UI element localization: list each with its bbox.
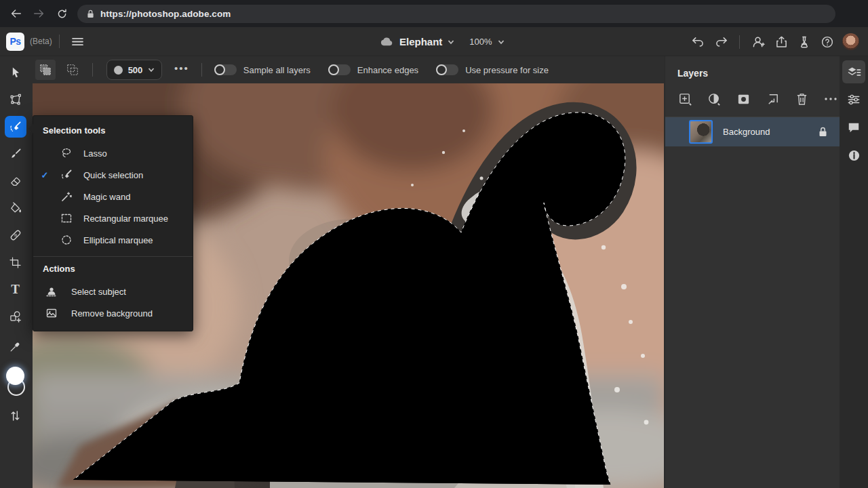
forward-arrow-icon <box>33 9 45 18</box>
experimental-features-button[interactable] <box>793 31 816 53</box>
crop-tool-button[interactable] <box>5 251 26 273</box>
use-pressure-toggle[interactable] <box>436 64 458 75</box>
add-layer-icon <box>678 92 692 106</box>
menu-item-magic-wand[interactable]: Magic wand <box>33 186 193 207</box>
remove-background-icon <box>41 307 62 319</box>
menu-item-label: Remove background <box>71 308 153 319</box>
brush-size-dropdown[interactable]: 500 <box>106 60 162 80</box>
move-tool-icon <box>9 66 22 79</box>
brush-tip-icon <box>114 66 123 75</box>
subtract-selection-mode-button[interactable] <box>62 60 83 80</box>
enhance-edges-toggle[interactable] <box>328 64 351 75</box>
menu-item-elliptical-marquee[interactable]: Elliptical marquee <box>33 229 193 251</box>
eraser-tool-icon <box>9 174 22 188</box>
menu-title: Selection tools <box>33 124 193 142</box>
share-export-button[interactable] <box>770 31 793 53</box>
layer-mask-button[interactable] <box>734 91 752 107</box>
menu-item-rectangular-marquee[interactable]: Rectangular marquee <box>33 207 193 229</box>
elliptical-marquee-icon <box>56 234 77 246</box>
photoshop-logo: Ps <box>6 33 24 51</box>
adjustment-icon <box>707 92 722 106</box>
browser-reload-button[interactable] <box>50 3 73 24</box>
toggle-knob <box>328 64 339 75</box>
menu-item-select-subject[interactable]: Select subject <box>33 281 193 302</box>
eyedropper-tool-button[interactable] <box>5 336 26 357</box>
comments-panel-tab[interactable] <box>842 116 865 139</box>
heal-tool-button[interactable] <box>5 224 26 246</box>
more-options-button[interactable]: ••• <box>174 62 189 74</box>
swap-colors-button[interactable] <box>5 405 26 426</box>
layer-thumbnail[interactable] <box>689 120 713 144</box>
transform-tool-button[interactable] <box>5 89 26 110</box>
layers-toolbar <box>665 79 840 117</box>
main-menu-button[interactable] <box>66 30 90 52</box>
quick-selection-tool-button[interactable] <box>5 116 26 138</box>
redo-button[interactable] <box>709 31 732 53</box>
toggle-knob <box>436 64 447 75</box>
redo-icon <box>715 37 728 47</box>
crop-tool-icon <box>9 256 22 269</box>
menu-item-label: Lasso <box>83 148 107 159</box>
toggle-knob <box>214 64 225 75</box>
photoshop-web-window: https://photoshop.adobe.com Ps (Beta) El… <box>0 0 868 488</box>
lock-icon[interactable] <box>818 127 827 137</box>
color-wells[interactable] <box>5 367 26 399</box>
undo-button[interactable] <box>686 31 709 53</box>
user-avatar[interactable] <box>842 33 859 50</box>
paint-bucket-icon <box>9 201 22 215</box>
shapes-tool-button[interactable] <box>5 306 26 327</box>
sample-all-layers-toggle[interactable] <box>214 64 237 75</box>
eyedropper-icon <box>9 340 22 353</box>
clipping-mask-button[interactable] <box>764 91 781 107</box>
hamburger-icon <box>72 37 83 46</box>
brush-tool-button[interactable] <box>5 143 26 165</box>
header-actions <box>686 27 865 56</box>
shapes-tool-icon <box>9 310 22 323</box>
menu-item-lasso[interactable]: Lasso <box>33 142 193 164</box>
divider <box>739 35 740 49</box>
enhance-edges-label: Enhance edges <box>357 65 418 75</box>
menu-item-label: Magic wand <box>83 192 130 202</box>
fill-tool-button[interactable] <box>5 197 26 219</box>
selection-tools-menu: Selection tools Lasso ✓ Quick selection … <box>33 115 193 331</box>
move-tool-button[interactable] <box>5 62 26 83</box>
browser-back-button[interactable] <box>4 3 27 24</box>
layers-panel-tab[interactable] <box>842 60 865 83</box>
tool-rail: T <box>0 56 31 488</box>
mask-icon <box>736 92 751 106</box>
divider <box>201 63 202 77</box>
reload-icon <box>57 9 67 19</box>
zoom-menu-button[interactable] <box>498 39 505 45</box>
help-button[interactable] <box>816 31 839 53</box>
lock-icon <box>87 9 94 18</box>
layers-more-button[interactable] <box>822 91 840 107</box>
magic-wand-icon <box>56 190 77 203</box>
comment-icon <box>847 121 861 134</box>
document-menu-button[interactable] <box>448 39 454 45</box>
layers-panel: Layers Background <box>665 56 840 488</box>
eraser-tool-button[interactable] <box>5 170 26 192</box>
subtract-selection-icon <box>66 63 79 77</box>
url-text: https://photoshop.adobe.com <box>100 9 231 19</box>
info-panel-tab[interactable] <box>842 144 865 167</box>
brush-size-value: 500 <box>128 65 143 75</box>
new-selection-mode-button[interactable] <box>35 60 56 80</box>
address-bar[interactable]: https://photoshop.adobe.com <box>77 5 835 23</box>
type-tool-icon: T <box>11 282 20 297</box>
add-person-icon <box>752 36 765 48</box>
invite-people-button[interactable] <box>747 31 770 53</box>
foreground-color-well[interactable] <box>6 367 24 385</box>
browser-forward-button[interactable] <box>27 3 50 24</box>
sample-all-layers-label: Sample all layers <box>243 65 311 75</box>
back-arrow-icon <box>10 9 22 18</box>
adjustment-layer-button[interactable] <box>705 91 723 107</box>
menu-item-quick-selection[interactable]: ✓ Quick selection <box>33 164 193 186</box>
menu-item-remove-background[interactable]: Remove background <box>33 302 193 324</box>
layer-row-background[interactable]: Background <box>665 117 840 146</box>
adjustments-panel-tab[interactable] <box>842 88 865 111</box>
layers-panel-title: Layers <box>665 56 840 79</box>
type-tool-button[interactable]: T <box>5 279 26 300</box>
add-layer-button[interactable] <box>676 91 694 107</box>
use-pressure-label: Use pressure for size <box>465 65 549 75</box>
delete-layer-button[interactable] <box>793 91 810 107</box>
